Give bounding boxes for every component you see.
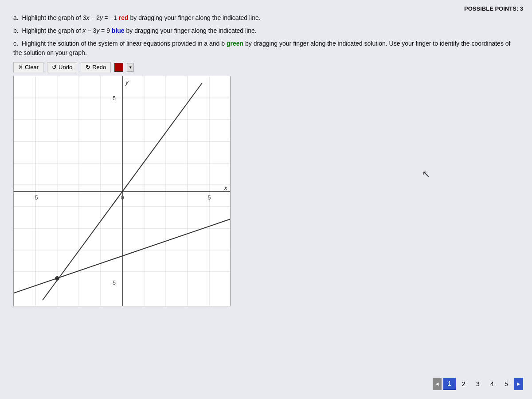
color-blue: blue [112, 27, 125, 34]
cursor-arrow: ↖ [422, 168, 430, 180]
instruction-b: b. Highlight the graph of x − 3y = 9 blu… [13, 26, 519, 35]
svg-text:5: 5 [208, 195, 211, 201]
label-a: a. Highlight the graph of 3x − 2y = −1 [13, 14, 119, 21]
color-dropdown[interactable]: ▼ [127, 63, 134, 72]
clear-label: Clear [25, 64, 39, 70]
label-b: b. Highlight the graph of x − 3y = 9 [13, 27, 112, 34]
svg-point-30 [55, 276, 59, 281]
graph-container[interactable]: -5 0 5 5 -5 x y [13, 76, 231, 306]
graph-svg: -5 0 5 5 -5 x y [14, 76, 231, 306]
instruction-a: a. Highlight the graph of 3x − 2y = −1 r… [13, 13, 519, 23]
redo-icon: ↻ [86, 64, 90, 70]
color-swatch[interactable] [114, 63, 123, 72]
x-icon: ✕ [18, 64, 23, 70]
toolbar: ✕ Clear ↺ Undo ↻ Redo ▼ [13, 62, 519, 72]
instruction-c: c. Highlight the solution of the system … [13, 39, 519, 58]
undo-button[interactable]: ↺ Undo [47, 62, 77, 72]
page-2-button[interactable]: 2 [458, 378, 470, 390]
redo-button[interactable]: ↻ Redo [81, 62, 111, 72]
svg-text:5: 5 [113, 95, 116, 102]
pagination: ◄ 1 2 3 4 5 ► [433, 378, 523, 390]
redo-label: Redo [92, 64, 106, 70]
color-green: green [227, 40, 243, 47]
prev-page-button[interactable]: ◄ [433, 378, 442, 390]
possible-points: POSSIBLE POINTS: 3 [464, 5, 523, 12]
next-page-button[interactable]: ► [514, 378, 523, 390]
instructions: a. Highlight the graph of 3x − 2y = −1 r… [13, 9, 519, 58]
main-content: POSSIBLE POINTS: 3 a. Highlight the grap… [0, 0, 532, 399]
color-red: red [119, 14, 129, 21]
clear-button[interactable]: ✕ Clear [13, 62, 43, 72]
undo-icon: ↺ [52, 64, 57, 70]
svg-text:x: x [224, 184, 227, 191]
label-c: c. Highlight the solution of the system … [13, 40, 227, 47]
svg-text:0: 0 [121, 195, 124, 201]
svg-text:-5: -5 [33, 195, 38, 201]
undo-label: Undo [59, 64, 72, 70]
page-5-button[interactable]: 5 [500, 378, 512, 390]
page-3-button[interactable]: 3 [472, 378, 484, 390]
page-1-button[interactable]: 1 [443, 378, 456, 390]
svg-text:-5: -5 [111, 280, 116, 286]
page-4-button[interactable]: 4 [486, 378, 498, 390]
